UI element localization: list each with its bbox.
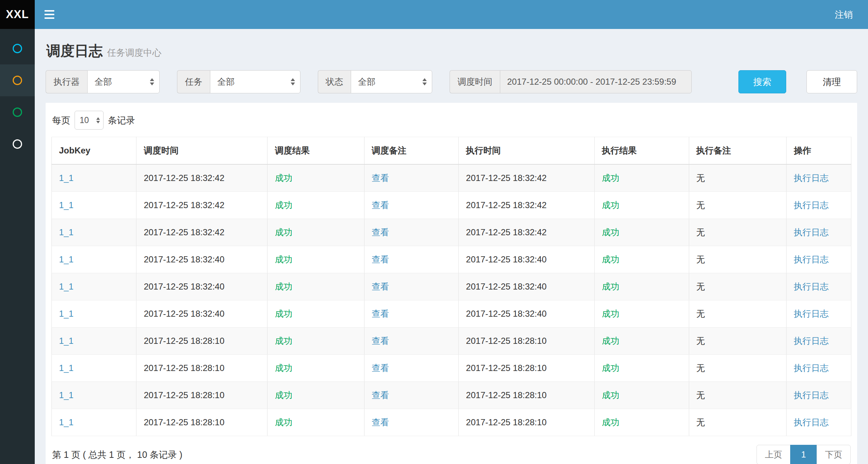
- handle-time: 2017-12-25 18:32:42: [466, 227, 547, 237]
- handle-msg: 无: [696, 309, 705, 319]
- trigger-time: 2017-12-25 18:32:40: [144, 282, 224, 291]
- select-arrows-icon: [150, 78, 154, 85]
- handle-result: 成功: [602, 309, 619, 319]
- filter-status: 状态 全部: [318, 70, 432, 93]
- jobkey-link[interactable]: 1_1: [59, 336, 73, 346]
- top-navbar: XXL 注销: [0, 0, 868, 29]
- table-row: 1_12017-12-25 18:28:10成功查看2017-12-25 18:…: [52, 382, 851, 409]
- handle-time: 2017-12-25 18:32:40: [466, 309, 547, 319]
- job-label: 任务: [177, 70, 210, 93]
- sidebar-item-3[interactable]: [0, 96, 35, 128]
- sidebar: [0, 29, 35, 464]
- handle-msg: 无: [696, 390, 705, 400]
- handle-msg: 无: [696, 254, 705, 264]
- trigger-msg-link[interactable]: 查看: [372, 417, 389, 427]
- trigger-result: 成功: [275, 390, 292, 400]
- exec-log-link[interactable]: 执行日志: [794, 363, 829, 373]
- trigger-time: 2017-12-25 18:32:42: [144, 200, 224, 210]
- clear-button[interactable]: 清理: [806, 70, 857, 93]
- exec-log-link[interactable]: 执行日志: [794, 336, 829, 346]
- trigger-msg-link[interactable]: 查看: [372, 200, 389, 210]
- trigger-msg-link[interactable]: 查看: [372, 309, 389, 319]
- table-row: 1_12017-12-25 18:32:40成功查看2017-12-25 18:…: [52, 273, 851, 300]
- trigger-msg-link[interactable]: 查看: [372, 390, 389, 400]
- jobkey-link[interactable]: 1_1: [59, 282, 73, 291]
- time-range-input[interactable]: 2017-12-25 00:00:00 - 2017-12-25 23:59:5…: [500, 70, 692, 93]
- handle-result: 成功: [602, 390, 619, 400]
- exec-log-link[interactable]: 执行日志: [794, 390, 829, 400]
- exec-log-link[interactable]: 执行日志: [794, 309, 829, 319]
- trigger-time-label: 调度时间: [450, 70, 500, 93]
- log-table: JobKey调度时间调度结果调度备注执行时间执行结果执行备注操作 1_12017…: [51, 137, 851, 436]
- jobkey-link[interactable]: 1_1: [59, 173, 73, 183]
- column-header[interactable]: 调度时间: [136, 137, 267, 165]
- column-header[interactable]: 调度结果: [267, 137, 364, 165]
- trigger-msg-link[interactable]: 查看: [372, 227, 389, 237]
- column-header[interactable]: 调度备注: [364, 137, 459, 165]
- logout-link[interactable]: 注销: [819, 0, 868, 29]
- jobkey-link[interactable]: 1_1: [59, 254, 73, 264]
- handle-msg: 无: [696, 173, 705, 183]
- log-table-body: 1_12017-12-25 18:32:42成功查看2017-12-25 18:…: [52, 164, 851, 436]
- exec-log-link[interactable]: 执行日志: [794, 200, 829, 210]
- executor-label: 执行器: [46, 70, 87, 93]
- page-header: 调度日志任务调度中心: [46, 36, 857, 70]
- sidebar-item-2[interactable]: [0, 64, 35, 96]
- column-header[interactable]: 操作: [787, 137, 851, 165]
- handle-result: 成功: [602, 282, 619, 291]
- handle-msg: 无: [696, 282, 705, 291]
- column-header[interactable]: JobKey: [52, 137, 136, 165]
- handle-time: 2017-12-25 18:32:42: [466, 200, 547, 210]
- trigger-result: 成功: [275, 200, 292, 210]
- trigger-msg-link[interactable]: 查看: [372, 363, 389, 373]
- page-size-prefix-label: 每页: [52, 114, 70, 126]
- page-size-suffix-label: 条记录: [108, 114, 135, 126]
- trigger-msg-link[interactable]: 查看: [372, 282, 389, 291]
- sidebar-item-1[interactable]: [0, 33, 35, 64]
- table-row: 1_12017-12-25 18:32:42成功查看2017-12-25 18:…: [52, 164, 851, 192]
- executor-selected-value: 全部: [94, 76, 112, 88]
- circle-icon: [13, 44, 22, 53]
- jobkey-link[interactable]: 1_1: [59, 227, 73, 237]
- column-header[interactable]: 执行结果: [594, 137, 689, 165]
- exec-log-link[interactable]: 执行日志: [794, 417, 829, 427]
- trigger-time: 2017-12-25 18:32:42: [144, 227, 224, 237]
- handle-result: 成功: [602, 417, 619, 427]
- handle-time: 2017-12-25 18:32:42: [466, 173, 547, 183]
- exec-log-link[interactable]: 执行日志: [794, 254, 829, 264]
- column-header[interactable]: 执行时间: [459, 137, 595, 165]
- table-footer: 第 1 页 ( 总共 1 页， 10 条记录 ) 上页 1 下页: [51, 436, 851, 464]
- trigger-time: 2017-12-25 18:28:10: [144, 417, 224, 427]
- trigger-msg-link[interactable]: 查看: [372, 173, 389, 183]
- column-header[interactable]: 执行备注: [689, 137, 786, 165]
- pagination: 上页 1 下页: [757, 445, 851, 464]
- exec-log-link[interactable]: 执行日志: [794, 282, 829, 291]
- current-page-button[interactable]: 1: [790, 445, 817, 464]
- prev-page-button[interactable]: 上页: [757, 445, 791, 464]
- next-page-button[interactable]: 下页: [817, 445, 851, 464]
- handle-time: 2017-12-25 18:28:10: [466, 336, 547, 346]
- search-button[interactable]: 搜索: [738, 70, 786, 93]
- page-size-control: 每页 10 条记录: [51, 109, 851, 137]
- jobkey-link[interactable]: 1_1: [59, 363, 73, 373]
- exec-log-link[interactable]: 执行日志: [794, 173, 829, 183]
- jobkey-link[interactable]: 1_1: [59, 200, 73, 210]
- log-table-header-row: JobKey调度时间调度结果调度备注执行时间执行结果执行备注操作: [52, 137, 851, 165]
- executor-select[interactable]: 全部: [87, 70, 160, 93]
- app-logo[interactable]: XXL: [0, 0, 35, 29]
- jobkey-link[interactable]: 1_1: [59, 417, 73, 427]
- sidebar-toggle-button[interactable]: [35, 0, 64, 29]
- page-size-select[interactable]: 10: [75, 111, 104, 130]
- jobkey-link[interactable]: 1_1: [59, 390, 73, 400]
- trigger-msg-link[interactable]: 查看: [372, 254, 389, 264]
- sidebar-item-4[interactable]: [0, 128, 35, 160]
- handle-result: 成功: [602, 254, 619, 264]
- jobkey-link[interactable]: 1_1: [59, 309, 73, 319]
- trigger-msg-link[interactable]: 查看: [372, 336, 389, 346]
- log-table-panel: 每页 10 条记录 JobKey调度时间调度结果调度备注执行时间执行结果执行备注…: [46, 103, 857, 464]
- status-select[interactable]: 全部: [351, 70, 432, 93]
- hamburger-icon: [45, 10, 54, 12]
- exec-log-link[interactable]: 执行日志: [794, 227, 829, 237]
- page-title: 调度日志: [46, 43, 103, 59]
- job-select[interactable]: 全部: [210, 70, 300, 93]
